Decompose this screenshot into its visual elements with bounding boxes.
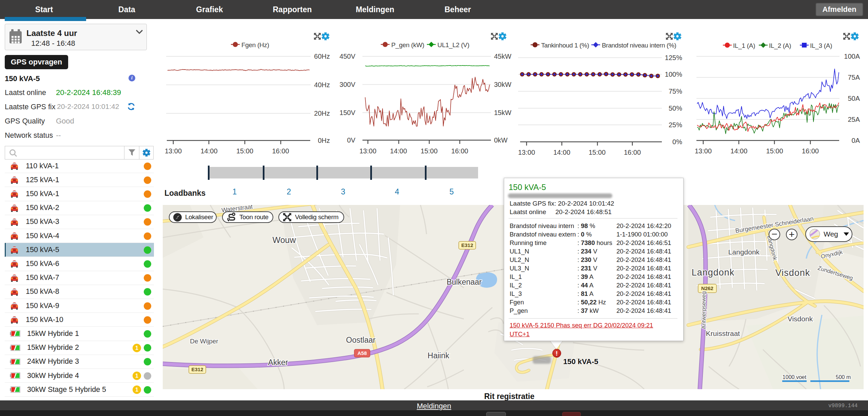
svg-text:Akker: Akker [268,358,288,367]
svg-text:14:00: 14:00 [553,149,570,156]
svg-text:Antwerpseweg: Antwerpseweg [701,291,707,329]
svg-text:IL_1 (A): IL_1 (A) [733,42,755,50]
svg-text:14:00: 14:00 [730,147,747,155]
svg-text:0%: 0% [672,138,682,146]
svg-text:16:00: 16:00 [624,149,641,156]
svg-text:Wouw: Wouw [272,235,296,245]
svg-text:Brandstof niveau intern (%): Brandstof niveau intern (%) [602,42,676,49]
svg-text:450V: 450V [339,53,355,60]
svg-text:45kW: 45kW [494,53,511,60]
svg-text:IL_2 (A): IL_2 (A) [769,42,791,50]
svg-text:N262: N262 [701,285,713,291]
svg-text:De Wijper: De Wijper [190,338,218,345]
svg-text:UL1_L2 (V): UL1_L2 (V) [437,41,469,49]
svg-text:IL_3 (A): IL_3 (A) [810,42,832,50]
svg-text:30kW: 30kW [494,81,511,88]
svg-text:E312: E312 [191,366,203,372]
svg-text:75%: 75% [669,88,682,95]
svg-text:P_gen (kW): P_gen (kW) [391,41,424,49]
svg-text:13:00: 13:00 [359,147,376,155]
svg-text:13:00: 13:00 [165,147,182,155]
svg-text:Langdonk: Langdonk [728,248,760,256]
svg-text:1000 voet: 1000 voet [783,374,807,380]
svg-text:60Hz: 60Hz [314,53,330,60]
svg-text:50A: 50A [848,95,860,102]
svg-text:50%: 50% [669,105,682,112]
svg-text:A58: A58 [357,350,367,356]
svg-text:15:00: 15:00 [766,147,783,155]
svg-text:Oostlaar: Oostlaar [346,336,376,344]
svg-text:13:00: 13:00 [518,149,535,156]
svg-text:13:00: 13:00 [695,147,712,155]
svg-text:15:00: 15:00 [236,147,253,155]
svg-text:300V: 300V [339,81,355,88]
svg-text:Kruisstraat: Kruisstraat [706,329,740,337]
svg-text:16:00: 16:00 [451,147,468,155]
svg-text:0A: 0A [852,137,860,144]
svg-text:150V: 150V [339,109,355,116]
svg-text:100%: 100% [665,71,682,78]
svg-text:15:00: 15:00 [589,149,606,156]
svg-text:0V: 0V [347,136,356,144]
svg-text:15:00: 15:00 [421,147,438,155]
svg-text:Visdonk: Visdonk [775,268,810,278]
svg-text:Fgen (Hz): Fgen (Hz) [241,41,269,49]
svg-text:E312: E312 [461,242,473,248]
svg-text:25A: 25A [848,116,860,123]
svg-text:40Hz: 40Hz [314,81,330,89]
svg-text:500 m: 500 m [836,374,851,380]
svg-text:Bulkenaar: Bulkenaar [447,278,482,286]
svg-text:75A: 75A [848,74,860,81]
svg-text:14:00: 14:00 [390,147,407,155]
svg-text:Tankinhoud 1 (%): Tankinhoud 1 (%) [541,42,589,49]
svg-text:0Hz: 0Hz [318,137,330,144]
svg-text:16:00: 16:00 [802,147,819,155]
svg-text:125%: 125% [665,54,682,61]
svg-text:25%: 25% [669,121,682,129]
svg-text:16:00: 16:00 [272,147,289,155]
svg-text:15kW: 15kW [494,109,511,116]
svg-text:Visdonk: Visdonk [788,315,813,323]
svg-text:0kW: 0kW [494,136,508,144]
svg-text:Haiink: Haiink [428,351,449,360]
svg-text:100A: 100A [844,53,860,60]
svg-text:14:00: 14:00 [200,147,217,155]
svg-text:20Hz: 20Hz [314,110,330,117]
svg-text:Langdonk: Langdonk [692,267,735,278]
